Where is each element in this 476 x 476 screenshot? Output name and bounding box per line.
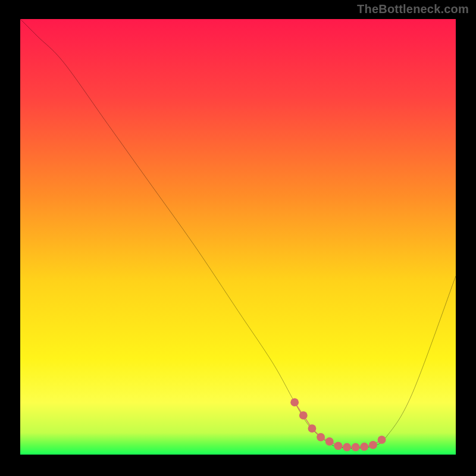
svg-point-4 bbox=[317, 433, 325, 441]
svg-point-3 bbox=[308, 424, 316, 433]
svg-point-8 bbox=[352, 443, 360, 452]
watermark-text: TheBottleneck.com bbox=[357, 2, 469, 16]
svg-point-6 bbox=[334, 441, 342, 450]
optimal-range-markers bbox=[20, 19, 456, 455]
chart-frame: TheBottleneck.com bbox=[0, 0, 476, 476]
svg-point-10 bbox=[369, 441, 377, 449]
svg-point-2 bbox=[299, 411, 308, 419]
svg-point-7 bbox=[343, 443, 351, 452]
plot-area bbox=[20, 19, 456, 455]
svg-point-11 bbox=[378, 436, 386, 444]
svg-point-5 bbox=[325, 437, 334, 446]
svg-point-9 bbox=[360, 443, 368, 451]
svg-point-1 bbox=[290, 398, 299, 406]
